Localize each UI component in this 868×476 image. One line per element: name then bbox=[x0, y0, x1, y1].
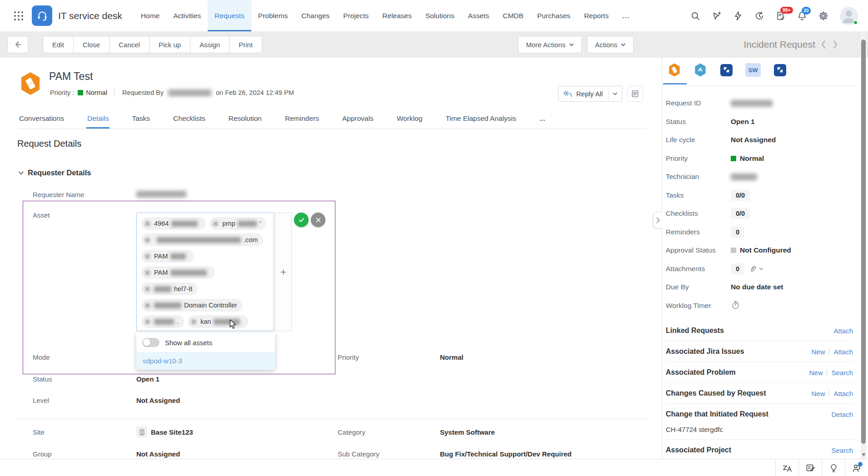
lightning-icon[interactable] bbox=[733, 11, 743, 21]
print-button[interactable]: Print bbox=[229, 36, 262, 53]
request-summary-icon[interactable] bbox=[627, 86, 643, 102]
approvals-icon[interactable]: 99+ bbox=[776, 11, 786, 21]
new-link[interactable]: New bbox=[811, 390, 825, 397]
remove-chip-icon[interactable] bbox=[144, 220, 151, 228]
group-value[interactable]: Not Assigned bbox=[136, 450, 180, 458]
edit-button[interactable]: Edit bbox=[43, 36, 74, 53]
nav-item-releases[interactable]: Releases bbox=[375, 0, 419, 31]
subcategory-value[interactable]: Bug Fix/Technical Support/Dev Required bbox=[440, 450, 572, 458]
app-logo-headset-icon[interactable] bbox=[32, 5, 52, 26]
remove-chip-icon[interactable] bbox=[144, 318, 151, 326]
search-icon[interactable] bbox=[690, 11, 700, 21]
lifecycle-prop-value[interactable]: Not Assigned bbox=[731, 136, 776, 144]
detach-link[interactable]: Detach bbox=[831, 411, 853, 418]
nav-item-reports[interactable]: Reports bbox=[577, 0, 615, 31]
nav-item-changes[interactable]: Changes bbox=[294, 0, 336, 31]
prev-request-icon[interactable] bbox=[820, 40, 827, 49]
jira-tab[interactable] bbox=[719, 63, 733, 77]
remove-chip-icon[interactable] bbox=[144, 253, 151, 260]
search-link[interactable]: Search bbox=[831, 446, 853, 454]
search-link[interactable]: Search bbox=[831, 369, 853, 377]
attach-link[interactable]: Attach bbox=[833, 390, 853, 397]
remove-chip-icon[interactable] bbox=[144, 236, 151, 244]
new-link[interactable]: New bbox=[811, 348, 825, 356]
user-avatar[interactable] bbox=[840, 7, 858, 25]
more-actions-button[interactable]: More Actions bbox=[518, 36, 582, 53]
tab-worklog[interactable]: Worklog bbox=[396, 109, 424, 129]
add-asset-button[interactable]: + bbox=[275, 213, 292, 331]
asset-suggestion-option[interactable]: sdpod-w10-3 bbox=[136, 352, 275, 370]
settings-gear-icon[interactable] bbox=[818, 11, 828, 21]
status-prop-value[interactable]: Open 1 bbox=[731, 118, 755, 126]
scrollbar-thumb[interactable] bbox=[861, 40, 866, 444]
requester-details-section-toggle[interactable]: Requester Details bbox=[18, 169, 91, 177]
live-chat-icon[interactable] bbox=[845, 459, 868, 476]
tab-reminders[interactable]: Reminders bbox=[284, 109, 320, 129]
worklog-timer-icon[interactable] bbox=[731, 300, 740, 311]
nav-item-activities[interactable]: Activities bbox=[166, 0, 208, 31]
jira-secondary-tab[interactable] bbox=[773, 63, 787, 77]
checklists-count-badge[interactable]: 0/0 bbox=[731, 208, 750, 219]
category-value[interactable]: System Software bbox=[440, 428, 495, 436]
nav-item-home[interactable]: Home bbox=[134, 0, 166, 31]
scroll-down-arrow[interactable] bbox=[861, 450, 866, 458]
confirm-asset-button[interactable] bbox=[294, 213, 309, 227]
change-reference[interactable]: CH-47724 stergdfc bbox=[666, 426, 853, 433]
priority-field-value[interactable]: Normal bbox=[440, 353, 464, 361]
quick-create-icon[interactable] bbox=[712, 11, 722, 21]
close-button[interactable]: Close bbox=[74, 36, 110, 53]
priority-prop-value[interactable]: Normal bbox=[731, 154, 764, 163]
site-value[interactable]: Base Site123 bbox=[151, 428, 193, 436]
attach-link[interactable]: Attach bbox=[833, 327, 853, 335]
reply-options-caret[interactable] bbox=[608, 86, 622, 101]
nav-item-cmdb[interactable]: CMDB bbox=[496, 0, 530, 31]
tab-checklists[interactable]: Checklists bbox=[172, 109, 206, 129]
tasks-count-badge[interactable]: 0/0 bbox=[731, 190, 750, 201]
tab-time-elapsed-analysis[interactable]: Time Elapsed Analysis bbox=[444, 109, 517, 129]
nav-more-icon[interactable]: ... bbox=[615, 0, 636, 31]
nav-item-assets[interactable]: Assets bbox=[461, 0, 496, 31]
back-button[interactable] bbox=[7, 36, 28, 53]
pickup-button[interactable]: Pick up bbox=[150, 36, 190, 53]
asset-chip-input[interactable]: 4964 pmp' .com PAM PAM hel7-8 bbox=[136, 213, 274, 331]
assign-button[interactable]: Assign bbox=[190, 36, 229, 53]
translate-icon[interactable] bbox=[775, 459, 798, 476]
cancel-button[interactable]: Cancel bbox=[110, 36, 150, 53]
show-all-assets-toggle[interactable] bbox=[142, 338, 160, 347]
attachments-count-badge[interactable]: 0 bbox=[731, 263, 744, 274]
request-properties-tab[interactable] bbox=[668, 63, 681, 77]
nav-item-problems[interactable]: Problems bbox=[251, 0, 294, 31]
nav-item-purchases[interactable]: Purchases bbox=[530, 0, 577, 31]
history-icon[interactable] bbox=[754, 11, 764, 21]
nav-item-requests[interactable]: Requests bbox=[208, 0, 251, 31]
sidebar-collapse-handle[interactable] bbox=[653, 212, 662, 228]
tabs-more-icon[interactable]: ... bbox=[539, 109, 546, 129]
level-value[interactable]: Not Assigned bbox=[136, 397, 180, 404]
tab-approvals[interactable]: Approvals bbox=[341, 109, 374, 129]
remove-chip-icon[interactable] bbox=[144, 302, 151, 309]
attach-link[interactable]: Attach bbox=[833, 348, 853, 356]
suggestions-bulb-icon[interactable] bbox=[822, 459, 845, 476]
nav-item-solutions[interactable]: Solutions bbox=[419, 0, 461, 31]
remove-chip-icon[interactable] bbox=[144, 269, 151, 277]
page-scrollbar[interactable] bbox=[861, 31, 866, 459]
remove-chip-icon[interactable] bbox=[190, 318, 198, 326]
remove-chip-icon[interactable] bbox=[212, 220, 219, 228]
status-value[interactable]: Open 1 bbox=[136, 375, 160, 383]
remove-chip-icon[interactable] bbox=[144, 285, 151, 293]
next-request-icon[interactable] bbox=[832, 40, 839, 49]
reminders-count-badge[interactable]: 0 bbox=[731, 227, 744, 238]
sw-tab[interactable]: SW bbox=[745, 63, 761, 77]
discard-asset-button[interactable] bbox=[311, 213, 325, 227]
tab-details[interactable]: Details bbox=[86, 109, 110, 129]
actions-button[interactable]: Actions bbox=[587, 36, 634, 53]
tab-resolution[interactable]: Resolution bbox=[228, 109, 263, 129]
tab-tasks[interactable]: Tasks bbox=[131, 109, 151, 129]
notifications-bell-icon[interactable]: 20 bbox=[797, 11, 807, 21]
nav-item-projects[interactable]: Projects bbox=[336, 0, 375, 31]
new-link[interactable]: New bbox=[809, 369, 823, 377]
notes-edit-icon[interactable] bbox=[798, 459, 822, 476]
tab-conversations[interactable]: Conversations bbox=[18, 109, 65, 129]
app-launcher-icon[interactable] bbox=[14, 11, 24, 21]
attach-file-button[interactable] bbox=[749, 265, 763, 273]
